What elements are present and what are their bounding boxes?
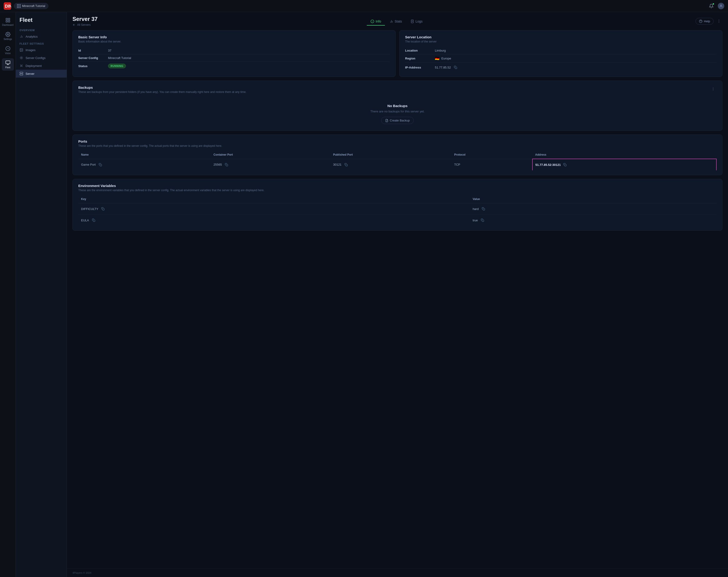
breadcrumb[interactable]: All Servers [73, 23, 98, 26]
env-vars-subtitle: These are the environment variables that… [78, 189, 717, 192]
create-backup-button[interactable]: Create Backup [381, 117, 414, 124]
nav-item-server-configs[interactable]: Server Configs [16, 54, 67, 62]
copy-env-value-1-button[interactable] [480, 217, 485, 223]
sidebar-label-settings: Settings [3, 38, 12, 41]
ellipsis-icon [717, 19, 721, 23]
nav-label-analytics: Analytics [26, 35, 37, 38]
flag-icon: 🇩🇪 [435, 56, 440, 61]
nav-item-analytics[interactable]: Analytics [16, 32, 67, 41]
svg-rect-45 [565, 164, 566, 166]
tab-stats[interactable]: Stats [386, 18, 406, 26]
footer-text: 4Players © 2024 [73, 571, 92, 574]
copy-icon [454, 66, 457, 69]
svg-rect-3 [6, 18, 7, 20]
basic-server-info-card: Basic Server Info Basic information abou… [73, 30, 396, 77]
more-options-button[interactable] [716, 18, 722, 25]
copy-icon [344, 163, 348, 166]
logo[interactable]: DIN [4, 2, 11, 10]
project-selector[interactable]: Minecraft Tutorial [14, 3, 48, 9]
no-backups-subtitle: There are no backups for this server yet… [370, 110, 424, 113]
info-icon [370, 20, 374, 23]
tab-logs[interactable]: Logs [407, 18, 426, 26]
copy-icon [481, 218, 484, 222]
backups-more-button[interactable] [710, 85, 717, 93]
info-row-status: Status RUNNING [78, 62, 390, 70]
nav-item-server[interactable]: Server [16, 70, 67, 78]
col-value: Value [470, 195, 717, 203]
location-subtitle: The location of the server [405, 40, 717, 43]
env-vars-title: Environment Variables [78, 184, 717, 188]
copy-icon [92, 218, 95, 222]
address-value: 51.77.85.52:30121 [536, 163, 561, 166]
col-address: Address [532, 151, 717, 159]
ports-section: Ports These are the ports that you defin… [73, 134, 722, 175]
grid-icon [17, 4, 21, 8]
ports-table: Name Container Port Published Port Proto… [78, 151, 717, 170]
server-config-label: Server Config [78, 56, 106, 60]
svg-rect-36 [455, 67, 457, 69]
sidebar-label-voice: Voice [5, 52, 10, 55]
sidebar-item-voice[interactable]: Voice [2, 44, 14, 56]
tab-info-label: Info [375, 20, 381, 23]
sidebar-item-fleet[interactable]: Fleet [2, 58, 14, 71]
id-label: Id [78, 49, 106, 52]
basic-info-subtitle: Basic information about the server. [78, 40, 390, 43]
copy-env-value-0-button[interactable] [480, 206, 486, 212]
svg-point-38 [713, 89, 713, 89]
tab-info[interactable]: Info [367, 18, 385, 26]
nav-item-deployment[interactable]: Deployment [16, 62, 67, 70]
col-name: Name [78, 151, 211, 159]
back-arrow-icon [73, 23, 76, 26]
nav-label-server-configs: Server Configs [26, 56, 46, 60]
icon-sidebar: Dashboard Settings Voice Fleet [0, 12, 16, 577]
svg-point-15 [21, 57, 22, 58]
status-badge: RUNNING [108, 64, 126, 68]
copy-env-key-0-button[interactable] [100, 206, 106, 212]
svg-rect-5 [6, 21, 7, 22]
port-name-value: Game Port [81, 163, 96, 166]
server-info-cards: Basic Server Info Basic information abou… [73, 30, 722, 77]
copy-address-button[interactable] [562, 162, 568, 167]
logs-icon [411, 20, 414, 23]
copy-port-name-button[interactable] [98, 162, 103, 167]
avatar[interactable] [718, 3, 724, 9]
published-port-value: 30121 [333, 163, 341, 166]
help-button[interactable]: Help [696, 18, 713, 25]
svg-point-2 [720, 5, 722, 6]
sidebar-label-fleet: Fleet [5, 66, 10, 69]
page-tabs: Info Stats [367, 18, 426, 26]
backups-ellipsis-icon [711, 87, 715, 91]
help-icon [699, 20, 702, 23]
sidebar-item-settings[interactable]: Settings [2, 30, 14, 42]
copy-icon [563, 163, 567, 166]
server-config-value: Minecraft Tutorial [108, 56, 131, 60]
col-protocol: Protocol [451, 151, 532, 159]
copy-container-port-button[interactable] [224, 162, 229, 167]
no-backups-title: No Backups [387, 104, 408, 108]
notification-button[interactable] [707, 2, 715, 10]
svg-rect-49 [482, 220, 484, 221]
page-header: Server 37 All Servers [67, 12, 728, 26]
col-container-port: Container Port [211, 151, 330, 159]
svg-rect-17 [20, 72, 23, 73]
backups-subtitle: These are backups from your persistent f… [78, 90, 246, 94]
env-value-1: true [473, 218, 478, 222]
svg-point-34 [719, 21, 719, 21]
nav-label-images: Images [26, 48, 35, 52]
stats-icon [390, 20, 393, 23]
copy-env-key-1-button[interactable] [91, 217, 96, 223]
col-published-port: Published Port [330, 151, 451, 159]
id-value: 37 [108, 49, 111, 52]
server-location-card: Server Location The location of the serv… [399, 30, 722, 77]
svg-rect-6 [8, 21, 9, 22]
copy-icon [101, 207, 105, 210]
copy-published-port-button[interactable] [343, 162, 349, 167]
overview-section-label: OVERVIEW [16, 27, 67, 32]
nav-item-images[interactable]: Images [16, 46, 67, 54]
backups-title: Backups [78, 85, 246, 89]
region-label: Region [405, 57, 433, 60]
footer: 4Players © 2024 [67, 569, 728, 577]
sidebar-item-dashboard[interactable]: Dashboard [2, 16, 14, 28]
table-row: Game Port [78, 159, 717, 170]
copy-ip-button[interactable] [453, 64, 458, 70]
